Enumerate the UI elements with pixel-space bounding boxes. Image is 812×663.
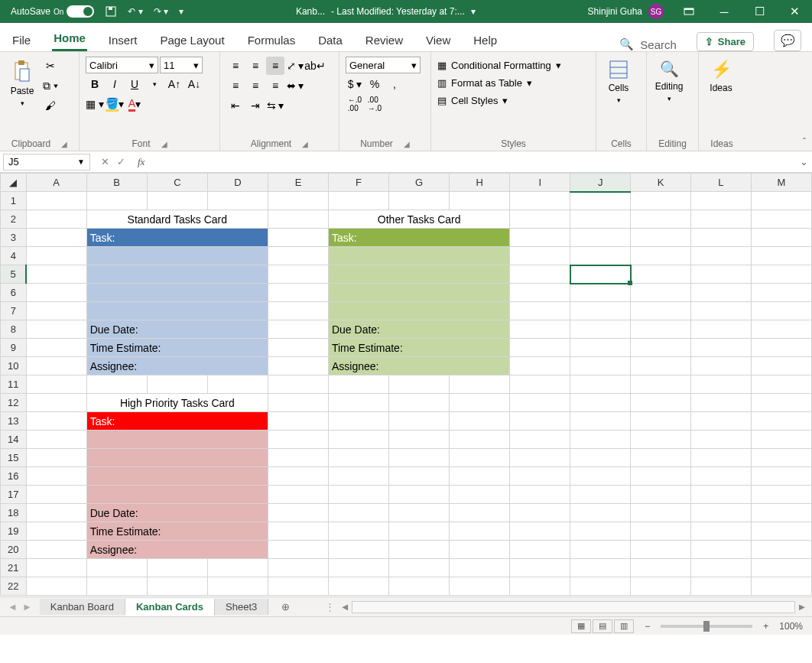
save-icon[interactable]: [105, 5, 117, 18]
col-header[interactable]: K: [631, 174, 691, 192]
cell[interactable]: [328, 192, 388, 210]
cell[interactable]: [328, 284, 509, 302]
col-header[interactable]: E: [268, 174, 329, 192]
cell[interactable]: [450, 412, 510, 431]
cell[interactable]: [268, 284, 329, 302]
tell-me-search[interactable]: 🔍 Search: [619, 37, 677, 51]
scroll-right-icon[interactable]: ►: [795, 601, 809, 613]
zoom-in-button[interactable]: +: [763, 621, 768, 632]
cell[interactable]: [328, 247, 509, 265]
page-layout-view-button[interactable]: ▤: [593, 619, 612, 633]
col-header[interactable]: J: [570, 174, 631, 192]
cell[interactable]: [510, 265, 570, 284]
cell[interactable]: [26, 504, 86, 522]
cell[interactable]: [570, 522, 631, 541]
cell[interactable]: [510, 412, 570, 431]
cell[interactable]: [26, 394, 86, 412]
zoom-level[interactable]: 100%: [779, 621, 803, 632]
cell[interactable]: [510, 320, 570, 339]
row-header[interactable]: 11: [1, 375, 27, 394]
cell[interactable]: [207, 559, 268, 577]
cell[interactable]: [691, 265, 752, 284]
cell[interactable]: [268, 265, 329, 284]
cell[interactable]: [631, 302, 691, 320]
cell[interactable]: [268, 522, 329, 541]
comments-button[interactable]: 💬: [774, 30, 801, 51]
cell[interactable]: [570, 284, 631, 302]
tab-data[interactable]: Data: [317, 29, 344, 51]
cell[interactable]: [389, 577, 450, 596]
sheet-nav-prev-icon[interactable]: ◄: [8, 601, 18, 613]
cell[interactable]: [450, 486, 510, 504]
cell[interactable]: [631, 541, 691, 559]
cell[interactable]: [631, 339, 691, 357]
cell[interactable]: [631, 394, 691, 412]
cell[interactable]: [26, 339, 86, 357]
cell[interactable]: [389, 431, 450, 449]
clipboard-launcher-icon[interactable]: ◢: [61, 140, 67, 148]
cell[interactable]: [510, 375, 570, 394]
cell[interactable]: [86, 559, 147, 577]
cell[interactable]: [450, 467, 510, 486]
cell[interactable]: [691, 541, 752, 559]
cell[interactable]: [268, 357, 329, 375]
cell[interactable]: [510, 577, 570, 596]
cell[interactable]: [450, 559, 510, 577]
orientation-button[interactable]: ⤢ ▾: [286, 57, 304, 75]
cell[interactable]: [450, 192, 510, 210]
cell[interactable]: [631, 320, 691, 339]
autosave[interactable]: AutoSave On: [11, 5, 94, 18]
cell[interactable]: [510, 559, 570, 577]
cell[interactable]: [691, 302, 752, 320]
cell[interactable]: [268, 394, 329, 412]
cell[interactable]: [570, 320, 631, 339]
cell[interactable]: [147, 559, 207, 577]
cell[interactable]: High Priority Tasks Card: [86, 394, 268, 412]
underline-button[interactable]: U: [125, 75, 144, 93]
zoom-slider[interactable]: [661, 625, 752, 628]
cell[interactable]: [328, 522, 388, 541]
cell[interactable]: [389, 486, 450, 504]
collapse-ribbon-icon[interactable]: ˆ: [803, 137, 806, 148]
increase-decimal-button[interactable]: ←.0.00: [346, 95, 364, 113]
italic-button[interactable]: I: [106, 75, 124, 93]
cell[interactable]: [389, 394, 450, 412]
cell[interactable]: [691, 577, 752, 596]
cell[interactable]: [26, 541, 86, 559]
align-bottom-button[interactable]: ≡: [266, 57, 284, 75]
cell[interactable]: [510, 504, 570, 522]
cell[interactable]: [570, 247, 631, 265]
cell[interactable]: [691, 559, 752, 577]
cell[interactable]: [450, 375, 510, 394]
cell[interactable]: [268, 577, 329, 596]
cell[interactable]: [268, 247, 329, 265]
cell[interactable]: [450, 577, 510, 596]
align-right-button[interactable]: ≡: [266, 76, 284, 95]
cell[interactable]: [26, 302, 86, 320]
cell[interactable]: [570, 486, 631, 504]
cell[interactable]: [510, 302, 570, 320]
ideas-button[interactable]: ⚡ Ideas: [705, 55, 737, 93]
row-header[interactable]: 1: [1, 192, 27, 210]
cell[interactable]: [751, 412, 811, 431]
row-header[interactable]: 10: [1, 357, 27, 375]
cell[interactable]: [389, 412, 450, 431]
cell[interactable]: [328, 431, 388, 449]
tab-formulas[interactable]: Formulas: [246, 29, 297, 51]
cell[interactable]: [691, 320, 752, 339]
col-header[interactable]: M: [751, 174, 811, 192]
cell[interactable]: [26, 229, 86, 247]
row-header[interactable]: 15: [1, 449, 27, 467]
cell[interactable]: [510, 357, 570, 375]
comma-button[interactable]: ,: [385, 75, 404, 93]
cell[interactable]: [751, 284, 811, 302]
row-header[interactable]: 18: [1, 504, 27, 522]
sheet-tab-kanban-cards[interactable]: Kanban Cards: [125, 599, 215, 616]
cell[interactable]: [26, 431, 86, 449]
cell[interactable]: [86, 375, 147, 394]
cell[interactable]: [631, 247, 691, 265]
cell[interactable]: [751, 247, 811, 265]
row-header[interactable]: 14: [1, 431, 27, 449]
cell[interactable]: Time Estimate:: [86, 522, 268, 541]
cell[interactable]: [691, 375, 752, 394]
